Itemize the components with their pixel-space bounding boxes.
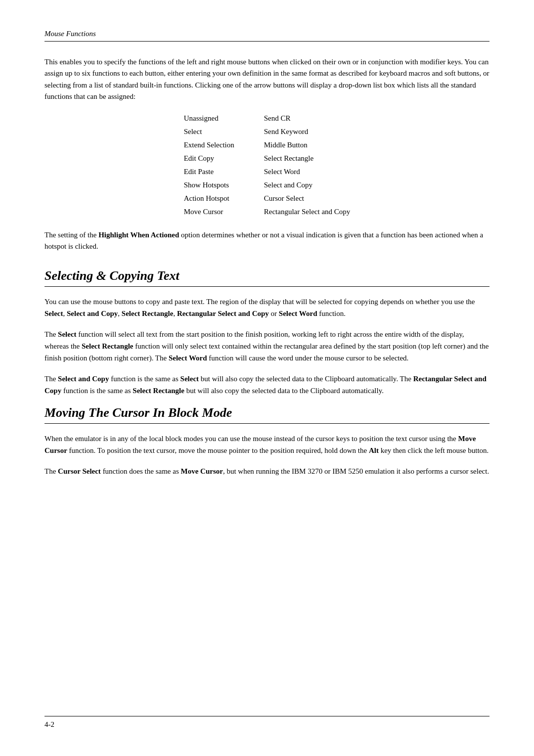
section1-paragraph3: The Select and Copy function is the same… xyxy=(44,373,490,397)
function-columns: Unassigned Select Extend Selection Edit … xyxy=(184,112,351,218)
list-item: Select Rectangle xyxy=(264,152,351,164)
page-footer: 4-2 xyxy=(44,716,490,729)
list-item: Action Hotspot xyxy=(184,192,234,204)
page-header: Mouse Functions xyxy=(44,30,490,42)
list-item: Send CR xyxy=(264,112,351,124)
list-item: Select xyxy=(184,126,234,137)
function-list-container: Unassigned Select Extend Selection Edit … xyxy=(44,112,490,218)
header-title: Mouse Functions xyxy=(44,30,96,38)
list-item: Rectangular Select and Copy xyxy=(264,206,351,218)
list-item: Extend Selection xyxy=(184,139,234,151)
list-item: Send Keyword xyxy=(264,126,351,137)
section1-heading: Selecting & Copying Text xyxy=(44,268,490,283)
section2-divider xyxy=(44,423,490,424)
section1-paragraph1: You can use the mouse buttons to copy an… xyxy=(44,296,490,319)
list-item: Edit Copy xyxy=(184,152,234,164)
list-item: Show Hotspots xyxy=(184,179,234,191)
section2-heading: Moving The Cursor In Block Mode xyxy=(44,405,490,420)
list-item: Unassigned xyxy=(184,112,234,124)
section2-paragraph1: When the emulator is in any of the local… xyxy=(44,433,490,456)
section2-paragraph2: The Cursor Select function does the same… xyxy=(44,465,490,477)
function-column-left: Unassigned Select Extend Selection Edit … xyxy=(184,112,234,218)
section1-paragraph2: The Select function will select all text… xyxy=(44,328,490,364)
function-column-right: Send CR Send Keyword Middle Button Selec… xyxy=(264,112,351,218)
list-item: Cursor Select xyxy=(264,192,351,204)
list-item: Select and Copy xyxy=(264,179,351,191)
page-number: 4-2 xyxy=(44,720,54,728)
list-item: Edit Paste xyxy=(184,166,234,178)
list-item: Move Cursor xyxy=(184,206,234,218)
section1-divider xyxy=(44,286,490,287)
intro-paragraph: This enables you to specify the function… xyxy=(44,56,490,102)
list-item: Select Word xyxy=(264,166,351,178)
list-item: Middle Button xyxy=(264,139,351,151)
highlight-note: The setting of the Highlight When Action… xyxy=(44,229,490,253)
